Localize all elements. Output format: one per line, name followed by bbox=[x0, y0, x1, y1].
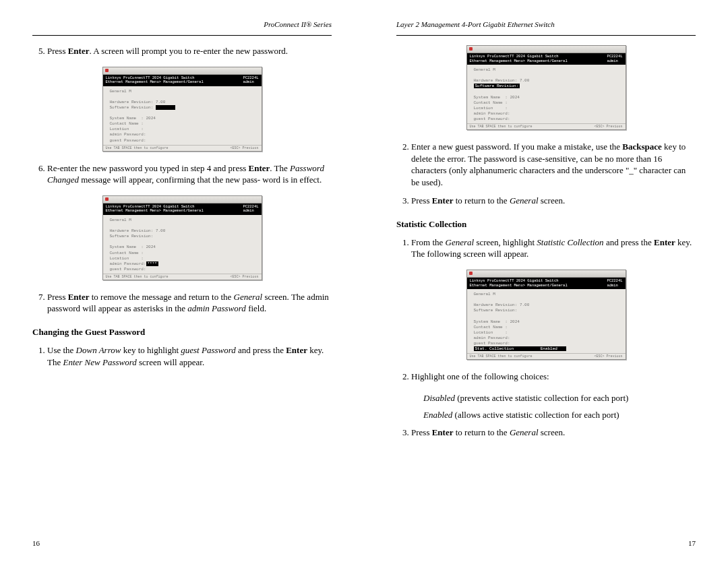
guest-step-1: Use the Down Arrow key to highlight gues… bbox=[47, 344, 332, 368]
stat-step-2: Highlight one of the following choices: bbox=[411, 371, 696, 383]
steps-right-a: Enter a new guest password. If you make … bbox=[396, 141, 696, 207]
close-icon bbox=[105, 69, 109, 72]
stat-choice-disabled: Disabled (prevents active statistic coll… bbox=[423, 392, 696, 404]
shot1-body: General M Hardware Revision: 7.00Softwar… bbox=[103, 86, 262, 145]
page-right: Layer 2 Management 4-Port Gigabit Ethern… bbox=[364, 0, 728, 562]
steps-statistic: From the General screen, highlight Stati… bbox=[396, 237, 696, 260]
shot2-body: General M Hardware Revision: 7.00Softwar… bbox=[103, 215, 262, 274]
shot1-titlebar bbox=[103, 67, 262, 75]
steps-guest: Use the Down Arrow key to highlight gues… bbox=[32, 344, 332, 368]
shot3-status: Use TAB SPACE then to configure <ESC> Pr… bbox=[467, 123, 626, 129]
page-number-left: 16 bbox=[32, 539, 40, 547]
steps-left-c: Press Enter to remove the message and re… bbox=[32, 291, 332, 315]
step-6: Re-enter the new password you typed in s… bbox=[47, 162, 332, 186]
shot4-blackbar: Linksys ProConnectTT 2024 Gigabit Switch… bbox=[467, 278, 626, 289]
header-left: ProConnect II® Series bbox=[32, 20, 332, 28]
screenshot-3: Linksys ProConnectTT 2024 Gigabit Switch… bbox=[466, 45, 626, 130]
page-left: ProConnect II® Series Press Enter. A scr… bbox=[0, 0, 364, 562]
header-rule bbox=[32, 35, 332, 36]
right-step-3: Press Enter to return to the General scr… bbox=[411, 195, 696, 207]
shot3-titlebar bbox=[467, 46, 626, 53]
shot3-blackbar: Linksys ProConnectTT 2024 Gigabit Switch… bbox=[467, 53, 626, 65]
step-5: Press Enter. A screen will prompt you to… bbox=[47, 45, 332, 57]
shot4-body: General M Hardware Revision: 7.00Softwar… bbox=[467, 289, 626, 353]
screenshot-1: Linksys ProConnectTT 2024 Gigabit Switch… bbox=[102, 67, 262, 152]
header-right: Layer 2 Management 4-Port Gigabit Ethern… bbox=[396, 20, 696, 28]
right-step-2: Enter a new guest password. If you make … bbox=[411, 141, 696, 188]
screenshot-1-wrap: Linksys ProConnectTT 2024 Gigabit Switch… bbox=[32, 67, 332, 152]
shot1-blackbar: Linksys ProConnectTT 2024 Gigabit Switch… bbox=[103, 75, 262, 86]
close-icon bbox=[469, 272, 473, 275]
step-7: Press Enter to remove the message and re… bbox=[47, 291, 332, 315]
screenshot-2: Linksys ProConnectTT 2024 Gigabit Switch… bbox=[102, 195, 262, 280]
shot2-status: Use TAB SPACE then to configure <ESC> Pr… bbox=[103, 274, 262, 280]
subhead-statistic: Statistic Collection bbox=[396, 219, 696, 230]
screenshot-2-wrap: Linksys ProConnectTT 2024 Gigabit Switch… bbox=[32, 195, 332, 280]
page-number-right: 17 bbox=[688, 539, 696, 547]
header-rule-right bbox=[396, 35, 696, 36]
screenshot-4: Linksys ProConnectTT 2024 Gigabit Switch… bbox=[466, 270, 626, 360]
shot4-titlebar bbox=[467, 270, 626, 278]
screenshot-3-wrap: Linksys ProConnectTT 2024 Gigabit Switch… bbox=[396, 45, 696, 130]
stat-step-1: From the General screen, highlight Stati… bbox=[411, 237, 696, 260]
screenshot-4-wrap: Linksys ProConnectTT 2024 Gigabit Switch… bbox=[396, 270, 696, 360]
shot1-status: Use TAB SPACE then to configure <ESC> Pr… bbox=[103, 145, 262, 151]
close-icon bbox=[105, 197, 109, 201]
subhead-guest-password: Changing the Guest Password bbox=[32, 327, 332, 338]
shot4-status: Use TAB SPACE then to configure <ESC> Pr… bbox=[467, 353, 626, 359]
steps-statistic-c: Press Enter to return to the General scr… bbox=[396, 427, 696, 439]
shot3-body: General M Hardware Revision: 7.00Softwar… bbox=[467, 65, 626, 123]
steps-statistic-b: Highlight one of the following choices: bbox=[396, 371, 696, 383]
stat-step-3: Press Enter to return to the General scr… bbox=[411, 427, 696, 439]
close-icon bbox=[469, 47, 473, 51]
steps-left-a: Press Enter. A screen will prompt you to… bbox=[32, 45, 332, 57]
shot2-titlebar bbox=[103, 196, 262, 204]
steps-left-b: Re-enter the new password you typed in s… bbox=[32, 162, 332, 186]
stat-choice-enabled: Enabled (allows active statistic collect… bbox=[423, 409, 696, 421]
shot2-blackbar: Linksys ProConnectTT 2024 Gigabit Switch… bbox=[103, 204, 262, 215]
